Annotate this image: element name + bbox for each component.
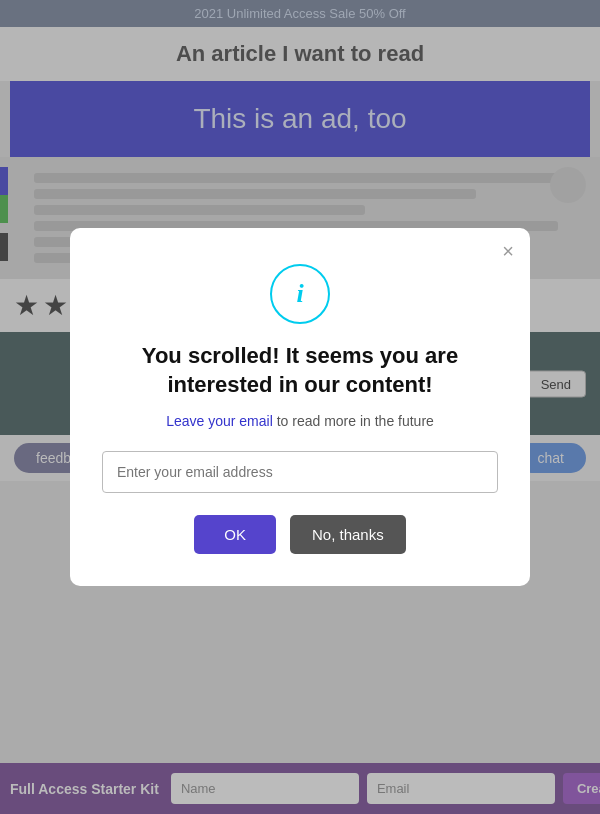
- modal-subtitle: Leave your email to read more in the fut…: [102, 413, 498, 429]
- modal-overlay: × i You scrolled! It seems you are inter…: [0, 0, 600, 814]
- modal-subtitle-link: Leave your email: [166, 413, 273, 429]
- modal-buttons: OK No, thanks: [102, 515, 498, 554]
- modal-title: You scrolled! It seems you are intereste…: [102, 342, 498, 399]
- modal-email-input[interactable]: [102, 451, 498, 493]
- info-circle-icon: i: [270, 264, 330, 324]
- info-letter: i: [296, 279, 303, 309]
- modal-subtitle-text: to read more in the future: [273, 413, 434, 429]
- modal-no-thanks-button[interactable]: No, thanks: [290, 515, 406, 554]
- modal-close-button[interactable]: ×: [502, 240, 514, 263]
- modal-dialog: × i You scrolled! It seems you are inter…: [70, 228, 530, 586]
- modal-ok-button[interactable]: OK: [194, 515, 276, 554]
